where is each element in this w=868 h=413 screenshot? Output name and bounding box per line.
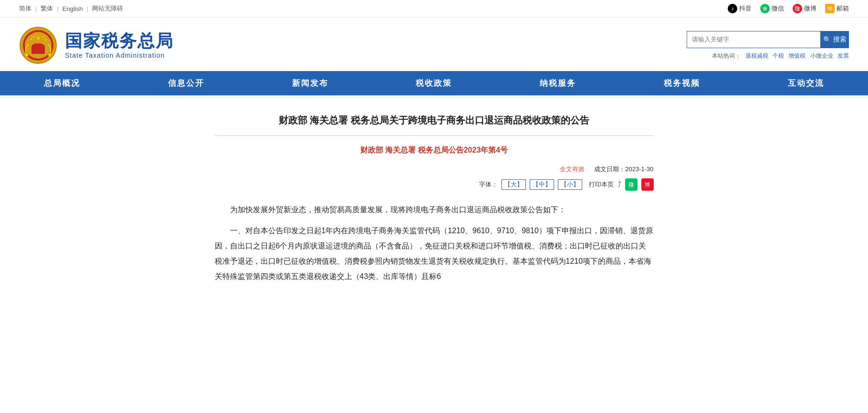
site-name-cn[interactable]: 国家税务总局 bbox=[65, 31, 174, 51]
social-links: ♪ 抖音 ⊕ 微信 微 微博 ✉ 邮箱 bbox=[728, 4, 849, 13]
font-small-btn[interactable]: 【小】 bbox=[558, 179, 582, 190]
doc-date: 成文日期：2023-1-30 bbox=[594, 165, 653, 174]
keyword-2[interactable]: 个税 bbox=[773, 52, 784, 59]
sep2: | bbox=[57, 5, 58, 12]
weibo-label: 微博 bbox=[804, 4, 816, 13]
nav-overview[interactable]: 总局概况 bbox=[30, 71, 94, 95]
weibo-share-icon: 博 bbox=[645, 181, 650, 188]
doc-meta: 全文有效 成文日期：2023-1-30 bbox=[215, 165, 654, 174]
search-btn-label: 搜索 bbox=[833, 35, 847, 44]
wechat-share-icon: 微 bbox=[628, 181, 634, 189]
email-label: 邮箱 bbox=[837, 4, 849, 13]
font-medium-btn[interactable]: 【中】 bbox=[530, 179, 554, 190]
keyword-1[interactable]: 退税减税 bbox=[745, 52, 768, 59]
main-nav: 总局概况 信息公开 新闻发布 税收政策 纳税服务 税务视频 互动交流 bbox=[0, 71, 868, 95]
nav-policy[interactable]: 税收政策 bbox=[401, 71, 466, 95]
main-content: 财政部 海关总署 税务总局关于跨境电子商务出口退运商品税收政策的公告 财政部 海… bbox=[205, 98, 663, 309]
body-para-2: 一、对自本公告印发之日起1年内在跨境电子商务海关监管代码（1210、9610、9… bbox=[215, 223, 654, 284]
svg-point-11 bbox=[48, 53, 51, 56]
logo-area: ★ ★ ★ ★ ★ 国家税务总局 State Taxation Administ… bbox=[19, 26, 174, 64]
search-button[interactable]: 🔍 搜索 bbox=[820, 31, 849, 48]
search-area: 🔍 搜索 本站热词： 退税减税 个税 增值税 小微企业 发票 bbox=[687, 31, 849, 60]
svg-text:★: ★ bbox=[44, 38, 47, 41]
nav-video[interactable]: 税务视频 bbox=[649, 71, 714, 95]
keyword-5[interactable]: 发票 bbox=[837, 52, 849, 59]
lang-simplified[interactable]: 简体 bbox=[19, 4, 31, 13]
lang-traditional[interactable]: 繁体 bbox=[41, 4, 53, 13]
weibo-link[interactable]: 微 微博 bbox=[793, 4, 816, 13]
nav-taxpayer[interactable]: 纳税服务 bbox=[525, 71, 590, 95]
nav-news[interactable]: 新闻发布 bbox=[278, 71, 343, 95]
svg-text:★: ★ bbox=[36, 35, 41, 41]
keyword-4[interactable]: 小微企业 bbox=[810, 52, 833, 59]
font-label: 字体： bbox=[479, 180, 498, 189]
search-icon: 🔍 bbox=[823, 36, 831, 43]
douyin-label: 抖音 bbox=[739, 4, 752, 13]
email-icon: ✉ bbox=[825, 4, 835, 13]
top-bar: 简体 | 繁体 | English | 网站无障碍 ♪ 抖音 ⊕ 微信 微 微博… bbox=[0, 0, 868, 18]
wechat-share-btn[interactable]: 微 bbox=[625, 178, 638, 191]
svg-point-10 bbox=[25, 53, 28, 56]
print-button[interactable]: 打印本页 bbox=[589, 180, 614, 189]
nav-info[interactable]: 信息公开 bbox=[154, 71, 219, 95]
douyin-icon: ♪ bbox=[728, 4, 737, 13]
article-body: 为加快发展外贸新业态，推动贸易高质量发展，现将跨境电子商务出口退运商品税收政策公… bbox=[215, 202, 654, 284]
weibo-icon: 微 bbox=[793, 4, 802, 13]
language-switcher: 简体 | 繁体 | English | 网站无障碍 bbox=[19, 4, 123, 13]
svg-text:★: ★ bbox=[32, 35, 35, 38]
title-divider bbox=[215, 135, 654, 136]
date-value: 2023-1-30 bbox=[625, 165, 653, 173]
weibo-share-btn[interactable]: 博 bbox=[641, 178, 654, 191]
weixin-label: 微信 bbox=[772, 4, 784, 13]
hot-label: 本站热词： bbox=[712, 52, 741, 59]
font-large-btn[interactable]: 【大】 bbox=[502, 179, 526, 190]
sep3: | bbox=[86, 5, 88, 12]
email-link[interactable]: ✉ 邮箱 bbox=[825, 4, 849, 13]
weixin-icon: ⊕ bbox=[760, 4, 770, 13]
sep1: | bbox=[35, 5, 37, 12]
search-input[interactable] bbox=[687, 31, 820, 48]
toolbar: 字体： 【大】 【中】 【小】 打印本页 ⤴ 微 博 bbox=[215, 178, 654, 191]
svg-text:★: ★ bbox=[30, 38, 32, 41]
body-para-1: 为加快发展外贸新业态，推动贸易高质量发展，现将跨境电子商务出口退运商品税收政策公… bbox=[215, 202, 654, 217]
share-icon[interactable]: ⤴ bbox=[617, 180, 621, 189]
logo-text: 国家税务总局 State Taxation Administration bbox=[65, 31, 174, 59]
weixin-link[interactable]: ⊕ 微信 bbox=[760, 4, 784, 13]
hot-keywords: 本站热词： 退税减税 个税 增值税 小微企业 发票 bbox=[712, 52, 849, 60]
svg-rect-3 bbox=[31, 47, 45, 54]
lang-english[interactable]: English bbox=[63, 5, 83, 12]
article-title: 财政部 海关总署 税务总局关于跨境电子商务出口退运商品税收政策的公告 bbox=[215, 113, 654, 128]
site-name-en[interactable]: State Taxation Administration bbox=[65, 52, 174, 59]
site-header: ★ ★ ★ ★ ★ 国家税务总局 State Taxation Administ… bbox=[0, 18, 868, 71]
date-label: 成文日期： bbox=[594, 165, 625, 173]
national-emblem: ★ ★ ★ ★ ★ bbox=[19, 26, 57, 64]
douyin-link[interactable]: ♪ 抖音 bbox=[728, 4, 752, 13]
doc-status: 全文有效 bbox=[560, 165, 585, 174]
accessibility-link[interactable]: 网站无障碍 bbox=[92, 4, 123, 13]
search-box: 🔍 搜索 bbox=[687, 31, 849, 48]
keyword-3[interactable]: 增值税 bbox=[788, 52, 805, 59]
nav-interaction[interactable]: 互动交流 bbox=[774, 71, 838, 95]
doc-number: 财政部 海关总署 税务总局公告2023年第4号 bbox=[215, 145, 654, 155]
